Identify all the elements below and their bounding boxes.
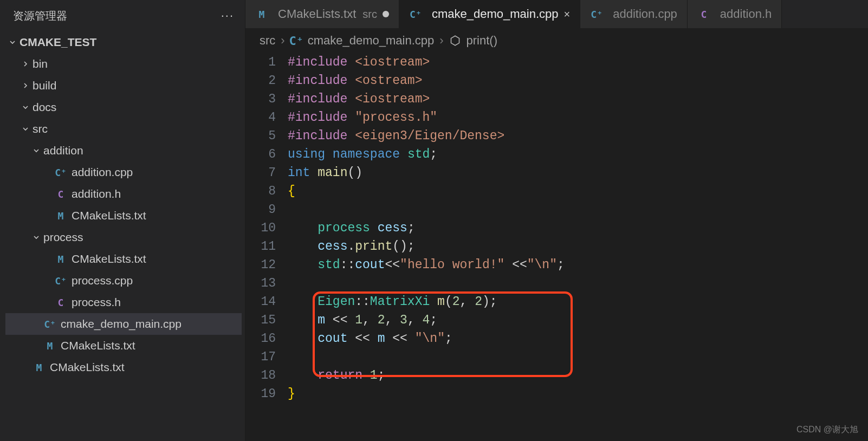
code-editor[interactable]: 12345678910111213141516171819 #include <…: [245, 53, 868, 403]
tree-folder[interactable]: src: [5, 118, 242, 140]
tree-folder[interactable]: process: [5, 226, 242, 248]
code-line[interactable]: [288, 200, 565, 219]
tree-folder[interactable]: bin: [5, 53, 242, 75]
line-number: 1: [245, 53, 276, 72]
code-line[interactable]: process cess;: [288, 219, 565, 237]
line-number: 6: [245, 145, 276, 164]
tree-item-label: process: [43, 231, 83, 244]
tab-label: cmake_demo_main.cpp: [432, 7, 559, 21]
tab-label: addition.cpp: [613, 7, 677, 21]
code-line[interactable]: return 1;: [288, 366, 565, 385]
cpp-file-icon: C⁺: [43, 317, 56, 330]
tree-item-label: addition.h: [72, 187, 121, 200]
explorer-more-icon[interactable]: ···: [221, 9, 234, 23]
cmake-file-icon: M: [33, 361, 46, 374]
code-line[interactable]: #include <ostream>: [288, 72, 565, 90]
breadcrumb[interactable]: src › C⁺ cmake_demo_main.cpp › print(): [245, 28, 868, 53]
cmake-file-icon: M: [255, 8, 268, 21]
chevron-right-icon: [21, 59, 30, 69]
h-file-icon: C: [697, 8, 710, 21]
tree-item-label: bin: [33, 57, 48, 70]
tree-folder[interactable]: build: [5, 75, 242, 96]
tree-file[interactable]: MCMakeLists.txt: [5, 205, 242, 226]
code-line[interactable]: #include <iostream>: [288, 53, 565, 72]
cmake-file-icon: M: [54, 209, 67, 222]
code-line[interactable]: {: [288, 182, 565, 200]
code-line[interactable]: [288, 274, 565, 293]
line-number: 16: [245, 329, 276, 348]
code-line[interactable]: int main(): [288, 164, 565, 182]
tree-item-label: docs: [33, 101, 56, 114]
tree-file[interactable]: MCMakeLists.txt: [5, 248, 242, 270]
line-number: 13: [245, 274, 276, 293]
tree-item-label: CMakeLists.txt: [72, 209, 146, 222]
editor-tab[interactable]: C⁺addition.cpp: [580, 0, 688, 28]
chevron-down-icon: [21, 102, 30, 112]
tree-file[interactable]: Cprocess.h: [5, 291, 242, 313]
line-gutter: 12345678910111213141516171819: [245, 53, 288, 403]
code-line[interactable]: using namespace std;: [288, 145, 565, 164]
tab-label: CMakeLists.txt: [278, 7, 356, 21]
editor-tab[interactable]: C⁺cmake_demo_main.cpp×: [399, 0, 580, 28]
tree-item-label: build: [33, 79, 56, 92]
tab-bar: MCMakeLists.txtsrcC⁺cmake_demo_main.cpp×…: [245, 0, 868, 28]
code-line[interactable]: m << 1, 2, 3, 4;: [288, 311, 565, 329]
code-content[interactable]: #include <iostream>#include <ostream>#in…: [288, 53, 565, 403]
tree-file[interactable]: C⁺cmake_demo_main.cpp: [5, 313, 242, 335]
tree-item-label: process.cpp: [72, 274, 133, 287]
h-file-icon: C: [54, 296, 67, 309]
code-line[interactable]: #include <eigen3/Eigen/Dense>: [288, 127, 565, 145]
chevron-down-icon: [31, 232, 41, 242]
cpp-file-icon: C⁺: [54, 274, 67, 287]
code-line[interactable]: cout << m << "\n";: [288, 329, 565, 348]
chevron-right-icon: ›: [439, 34, 443, 48]
tree-file[interactable]: Caddition.h: [5, 183, 242, 205]
breadcrumb-seg[interactable]: src: [260, 34, 275, 48]
code-line[interactable]: Eigen::MatrixXi m(2, 2);: [288, 293, 565, 311]
cpp-file-icon: C⁺: [290, 35, 302, 47]
chevron-down-icon: [8, 37, 17, 47]
tree-item-label: process.h: [72, 296, 121, 309]
tree-file[interactable]: MCMakeLists.txt: [5, 356, 242, 378]
cmake-file-icon: M: [43, 339, 56, 352]
line-number: 10: [245, 219, 276, 237]
cmake-file-icon: M: [54, 252, 67, 265]
line-number: 4: [245, 108, 276, 127]
code-line[interactable]: #include <iostream>: [288, 90, 565, 108]
breadcrumb-seg[interactable]: cmake_demo_main.cpp: [308, 34, 435, 48]
tree-file[interactable]: C⁺process.cpp: [5, 270, 242, 291]
tree-root[interactable]: CMAKE_TEST: [5, 31, 242, 53]
line-number: 19: [245, 385, 276, 403]
line-number: 7: [245, 164, 276, 182]
code-line[interactable]: std::cout<<"hello world!" <<"\n";: [288, 256, 565, 274]
line-number: 14: [245, 293, 276, 311]
tree-file[interactable]: MCMakeLists.txt: [5, 335, 242, 356]
editor-tab[interactable]: MCMakeLists.txtsrc: [245, 0, 399, 28]
line-number: 3: [245, 90, 276, 108]
cpp-file-icon: C⁺: [54, 166, 67, 179]
close-icon[interactable]: ×: [564, 8, 571, 21]
tree-folder[interactable]: addition: [5, 140, 242, 161]
line-number: 15: [245, 311, 276, 329]
tree-item-label: addition: [43, 144, 83, 157]
tree-item-label: cmake_demo_main.cpp: [61, 317, 182, 330]
line-number: 9: [245, 200, 276, 219]
h-file-icon: C: [54, 187, 67, 200]
breadcrumb-seg[interactable]: print(): [467, 34, 497, 48]
cpp-file-icon: C⁺: [590, 8, 603, 21]
code-line[interactable]: cess.print();: [288, 237, 565, 256]
code-line[interactable]: #include "process.h": [288, 108, 565, 127]
tree-file[interactable]: C⁺addition.cpp: [5, 161, 242, 183]
chevron-right-icon: ›: [281, 34, 284, 48]
editor-tab[interactable]: Caddition.h: [688, 0, 782, 28]
symbol-method-icon: [449, 35, 461, 47]
tree-folder[interactable]: docs: [5, 96, 242, 118]
code-line[interactable]: [288, 348, 565, 366]
line-number: 12: [245, 256, 276, 274]
tree-item-label: addition.cpp: [72, 166, 133, 179]
tree-item-label: CMakeLists.txt: [50, 361, 125, 374]
line-number: 8: [245, 182, 276, 200]
cpp-file-icon: C⁺: [409, 8, 422, 21]
code-line[interactable]: }: [288, 385, 565, 403]
line-number: 18: [245, 366, 276, 385]
